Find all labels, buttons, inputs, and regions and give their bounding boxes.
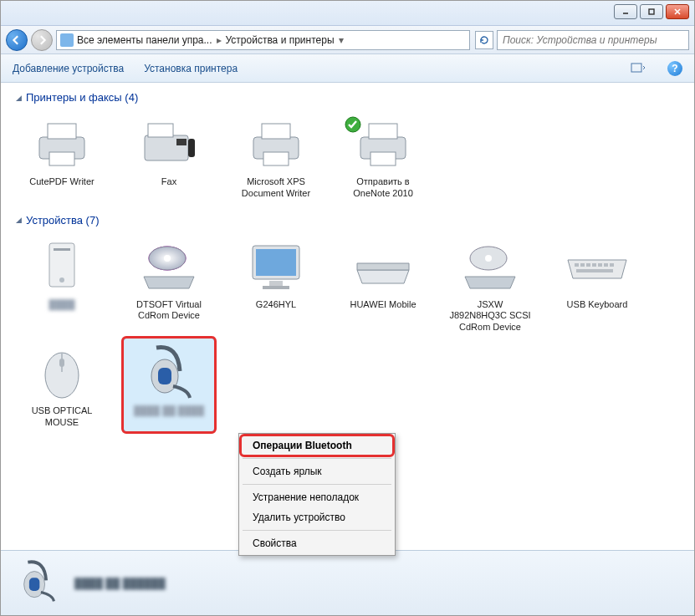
breadcrumb[interactable]: Все элементы панели упра... ▸ Устройства… [56, 30, 470, 50]
menu-separator [243, 530, 391, 531]
mouse-icon [28, 344, 95, 402]
device-label: JSXW J892N8HQ3C SCSI CdRom Device [448, 299, 532, 333]
svg-rect-10 [176, 139, 187, 145]
svg-rect-28 [263, 286, 289, 289]
breadcrumb-seg1[interactable]: Все элементы панели упра... [77, 34, 212, 46]
svg-rect-16 [369, 124, 397, 139]
printer-icon [243, 115, 309, 173]
device-bluetooth-headset[interactable]: ████ ██ ████ [123, 338, 215, 433]
device-label: CutePDF Writer [20, 176, 104, 188]
group-header-printers[interactable]: ◢ Принтеры и факсы (4) [16, 91, 679, 104]
group-title: Принтеры и факсы (4) [26, 91, 138, 104]
minimize-button[interactable] [614, 4, 637, 19]
chevron-down-icon[interactable]: ▾ [339, 34, 344, 46]
collapse-icon: ◢ [16, 94, 22, 102]
device-cutepdf[interactable]: CutePDF Writer [16, 109, 108, 204]
device-fax[interactable]: Fax [123, 109, 215, 204]
keyboard-icon [564, 237, 631, 296]
menu-remove-device[interactable]: Удалить устройство [241, 507, 393, 527]
details-text: ████ ██ ██████ [74, 578, 166, 589]
device-xps[interactable]: Microsoft XPS Document Writer [230, 109, 322, 204]
svg-rect-14 [263, 152, 289, 165]
menu-properties[interactable]: Свойства [241, 533, 393, 553]
svg-point-30 [485, 255, 492, 262]
svg-rect-9 [148, 124, 173, 137]
fax-icon [135, 115, 202, 173]
refresh-button[interactable] [475, 31, 493, 49]
add-device-button[interactable]: Добавление устройства [13, 63, 124, 74]
svg-rect-31 [575, 263, 579, 267]
monitor-icon [243, 237, 309, 296]
help-button[interactable]: ? [667, 61, 682, 76]
menu-create-shortcut[interactable]: Создать ярлык [241, 461, 393, 481]
device-computer[interactable]: ████ [16, 232, 108, 338]
device-label: G246HYL [234, 299, 318, 311]
svg-rect-45 [29, 578, 39, 591]
disc-drive-icon [457, 237, 524, 296]
svg-rect-38 [576, 269, 613, 272]
device-onenote[interactable]: Отправить в OneNote 2010 [337, 109, 429, 204]
computer-icon [28, 237, 95, 296]
svg-rect-20 [54, 248, 70, 251]
context-menu: Операции Bluetooth Создать ярлык Устране… [238, 433, 396, 556]
printer-icon [28, 115, 95, 173]
svg-rect-43 [158, 368, 171, 384]
svg-point-24 [164, 255, 171, 262]
device-huawei[interactable]: HUAWEI Mobile [337, 232, 429, 338]
search-input[interactable] [497, 30, 689, 50]
group-title: Устройства (7) [26, 214, 100, 227]
svg-rect-7 [49, 152, 74, 165]
group-header-devices[interactable]: ◢ Устройства (7) [16, 214, 679, 227]
device-label: Microsoft XPS Document Writer [234, 176, 318, 200]
device-label: ████ ██ ████ [127, 405, 211, 417]
toolbar: Добавление устройства Установка принтера… [1, 54, 694, 83]
svg-rect-33 [586, 263, 590, 267]
device-label: DTSOFT Virtual CdRom Device [127, 299, 211, 323]
headset-icon [14, 558, 64, 608]
svg-rect-6 [48, 124, 76, 139]
navbar: Все элементы панели упра... ▸ Устройства… [1, 26, 694, 54]
menu-bluetooth-operations[interactable]: Операции Bluetooth [241, 435, 393, 456]
back-button[interactable] [6, 29, 28, 51]
svg-rect-1 [649, 9, 654, 14]
svg-rect-13 [262, 124, 290, 139]
svg-rect-35 [598, 263, 602, 267]
close-button[interactable] [666, 4, 689, 19]
svg-rect-32 [580, 263, 585, 267]
svg-point-21 [59, 277, 64, 283]
svg-rect-41 [59, 359, 64, 367]
svg-rect-26 [256, 249, 296, 276]
svg-rect-17 [370, 152, 396, 165]
group-printers: ◢ Принтеры и факсы (4) CutePDF Writer Fa… [16, 91, 679, 204]
forward-button[interactable] [31, 29, 53, 51]
details-pane: ████ ██ ██████ [1, 550, 694, 615]
breadcrumb-seg2[interactable]: Устройства и принтеры [226, 34, 335, 46]
device-label: Fax [127, 176, 211, 188]
device-label: USB Keyboard [555, 299, 639, 311]
svg-rect-36 [604, 263, 608, 267]
menu-separator [243, 484, 391, 485]
maximize-button[interactable] [640, 4, 663, 19]
add-printer-button[interactable]: Установка принтера [144, 63, 238, 74]
modem-icon [350, 237, 416, 296]
device-jsxw[interactable]: JSXW J892N8HQ3C SCSI CdRom Device [444, 232, 536, 338]
titlebar [1, 1, 694, 26]
view-options-button[interactable] [629, 60, 647, 77]
svg-rect-4 [631, 64, 641, 72]
menu-separator [243, 458, 391, 459]
device-mouse[interactable]: USB OPTICAL MOUSE [16, 338, 108, 433]
device-label: ████ [20, 299, 104, 311]
device-dtsoft[interactable]: DTSOFT Virtual CdRom Device [123, 232, 215, 338]
headset-icon [135, 344, 202, 402]
collapse-icon: ◢ [16, 216, 22, 224]
chevron-right-icon: ▸ [217, 34, 222, 46]
device-label: Отправить в OneNote 2010 [341, 176, 425, 200]
default-check-icon [345, 116, 361, 133]
svg-rect-27 [269, 281, 283, 286]
control-panel-icon [60, 33, 74, 47]
menu-troubleshoot[interactable]: Устранение неполадок [241, 487, 393, 507]
device-label: HUAWEI Mobile [341, 299, 425, 311]
device-keyboard[interactable]: USB Keyboard [551, 232, 643, 338]
device-monitor[interactable]: G246HYL [230, 232, 322, 338]
group-devices: ◢ Устройства (7) ████ DTSOFT Virtual CdR… [16, 214, 679, 433]
